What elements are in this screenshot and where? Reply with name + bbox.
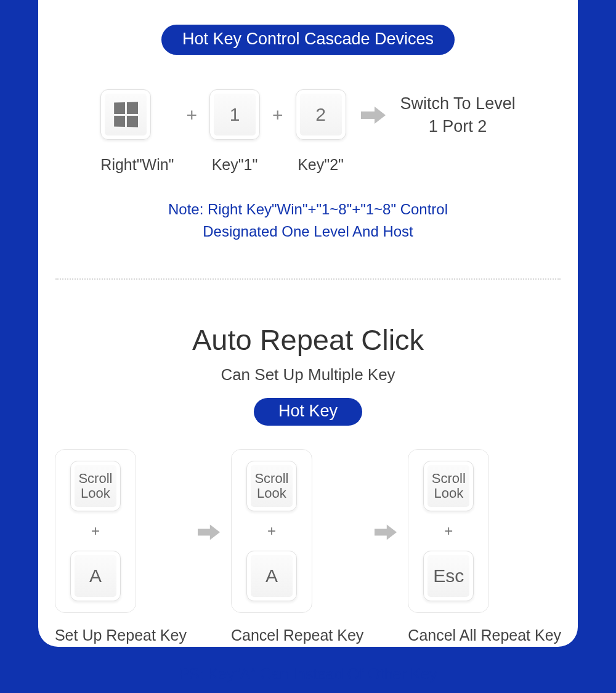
note-line: Note: Right Key"Win"+"1~8"+"1~8" Control — [38, 198, 578, 221]
keycap-a: A — [70, 551, 121, 601]
ps-note: PS: Key"A" Can Instead Of Other Key — [38, 665, 578, 683]
key-block-1: 1 Key"1" — [209, 89, 260, 174]
key-text: Scroll — [432, 471, 466, 486]
key-block-win: Right"Win" — [100, 89, 174, 174]
note-line: Designated One Level And Host — [38, 221, 578, 243]
key-text: Look — [257, 485, 286, 501]
cascade-result: Switch To Level 1 Port 2 — [400, 92, 516, 171]
key-label-win: Right"Win" — [100, 156, 174, 174]
keycap-esc: Esc — [423, 551, 474, 601]
plus-sign: + — [185, 105, 199, 159]
group-cancel: ScrollLook + A Cancel Repeat Key — [231, 449, 363, 644]
key-block-2: 2 Key"2" — [296, 89, 346, 174]
key-text: Scroll — [78, 471, 112, 486]
keycap-win — [100, 89, 151, 140]
content-card: Hot Key Control Cascade Devices Right"Wi… — [38, 0, 578, 647]
key-text: Look — [81, 485, 110, 501]
key-label-1: Key"1" — [209, 156, 260, 174]
keycap-a: A — [246, 551, 297, 601]
arrow-right-icon — [371, 524, 400, 570]
plus-sign: + — [444, 522, 453, 540]
arrow-right-icon — [357, 107, 389, 157]
cascade-pill: Hot Key Control Cascade Devices — [161, 25, 455, 55]
keycap-1: 1 — [209, 89, 260, 140]
key-text: Scroll — [254, 471, 288, 486]
group-label: Cancel All Repeat Key — [408, 626, 561, 644]
group-cancel-all: ScrollLook + Esc Cancel All Repeat Key — [408, 449, 561, 644]
result-line: 1 Port 2 — [400, 115, 516, 137]
arrow-right-icon — [194, 524, 224, 570]
group-box: ScrollLook + A — [55, 449, 136, 613]
hotkey-pill: Hot Key — [254, 398, 362, 426]
key-label-2: Key"2" — [296, 156, 346, 174]
windows-icon — [114, 102, 138, 127]
auto-repeat-heading: Auto Repeat Click — [38, 323, 578, 357]
plus-sign: + — [91, 522, 100, 540]
keycap-scroll-lock: ScrollLook — [423, 461, 474, 511]
group-box: ScrollLook + A — [231, 449, 312, 613]
group-label: Cancel Repeat Key — [231, 626, 363, 644]
repeat-groups-row: ScrollLook + A Set Up Repeat Key ScrollL… — [38, 449, 578, 644]
cascade-key-row: Right"Win" + 1 Key"1" + 2 Key"2" Switch … — [38, 89, 578, 174]
plus-sign: + — [267, 522, 276, 540]
plus-sign: + — [271, 105, 285, 159]
group-label: Set Up Repeat Key — [55, 626, 187, 644]
keycap-scroll-lock: ScrollLook — [70, 461, 121, 511]
key-text: Look — [434, 485, 463, 501]
section-divider — [55, 278, 561, 280]
cascade-note: Note: Right Key"Win"+"1~8"+"1~8" Control… — [38, 198, 578, 243]
keycap-2: 2 — [296, 89, 346, 140]
group-setup: ScrollLook + A Set Up Repeat Key — [55, 449, 187, 644]
result-line: Switch To Level — [400, 92, 516, 115]
auto-repeat-sub: Can Set Up Multiple Key — [38, 365, 578, 384]
group-box: ScrollLook + Esc — [408, 449, 489, 613]
keycap-scroll-lock: ScrollLook — [246, 461, 297, 511]
